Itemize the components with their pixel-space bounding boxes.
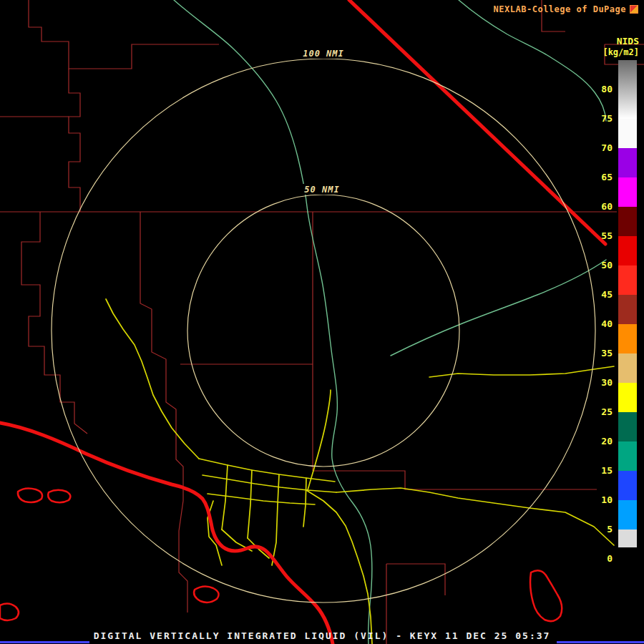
source-credit: NEXLAB-College of DuPage: [494, 4, 638, 14]
range-ring-100-text: 100 NMI: [303, 49, 344, 59]
bottom-bar-right: [557, 641, 644, 643]
nexlab-logo-icon: [630, 5, 638, 14]
island-outline: [48, 490, 70, 503]
range-ring-50-text: 50 NMI: [304, 185, 339, 195]
bottom-bar-left: [0, 641, 89, 643]
range-ring-label-100: 100 NMI: [300, 48, 347, 59]
island-outline: [18, 489, 42, 502]
island-outline: [530, 570, 562, 621]
source-credit-text: NEXLAB-College of DuPage: [494, 4, 626, 14]
interstate-and-coast-lines: [0, 0, 605, 644]
units-label: [kg/m2]: [602, 47, 639, 57]
coastline: [0, 423, 333, 644]
range-ring-50nmi: [187, 195, 459, 467]
island-outline: [0, 603, 19, 620]
river-lines: [174, 0, 606, 644]
radar-map-canvas: 100 NMI 50 NMI: [0, 0, 644, 644]
highway-lines: [106, 299, 614, 644]
county-borders: [0, 0, 644, 644]
range-ring-100nmi: [52, 59, 595, 602]
interstate-diagonal: [349, 0, 605, 244]
island-outline: [194, 586, 219, 602]
range-rings: 100 NMI 50 NMI: [52, 48, 595, 602]
product-code-label: NIDS: [617, 36, 639, 47]
range-ring-label-50: 50 NMI: [302, 184, 342, 195]
radar-display: 100 NMI 50 NMI NEXLAB-College of DuPage …: [0, 0, 644, 644]
product-title: DIGITAL VERTICALLY INTEGRATED LIQUID (VI…: [0, 630, 644, 641]
